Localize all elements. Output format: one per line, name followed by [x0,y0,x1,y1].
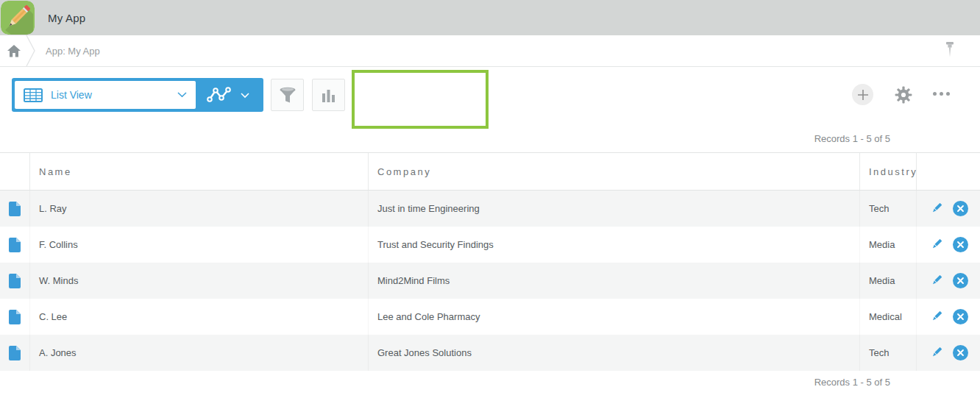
cell-name: L. Ray [29,191,368,227]
pencil-app-icon [1,1,35,35]
document-icon[interactable] [9,238,21,252]
records-summary-bottom: Records 1 - 5 of 5 [814,377,890,388]
x-circle-icon [953,273,968,288]
pencil-icon [929,202,943,216]
table-header-row: Name Company Industry [0,152,980,191]
delete-record-button[interactable] [953,237,968,252]
ellipsis-icon [940,92,943,96]
pin-icon[interactable] [945,42,955,64]
funnel-icon [278,86,297,104]
cell-name: A. Jones [29,335,368,371]
view-selector[interactable]: List View [12,78,263,112]
column-header-name[interactable]: Name [29,153,368,190]
cell-name: C. Lee [29,299,368,335]
breadcrumb: App: My App [0,35,980,67]
column-header-company[interactable]: Company [368,153,859,190]
edit-record-button[interactable] [929,346,943,360]
records-table: Name Company Industry L. Ray Just in tim… [0,152,980,371]
pencil-icon [929,274,943,288]
breadcrumb-path[interactable]: App: My App [46,46,100,57]
app-header-bar: My App [0,0,980,35]
pencil-icon [929,346,943,360]
chevron-down-icon [177,92,187,98]
ellipsis-icon [946,92,950,96]
cell-industry: Tech [859,335,916,371]
filter-button[interactable] [271,79,304,111]
records-summary-top: Records 1 - 5 of 5 [814,133,890,144]
table-row[interactable]: W. Minds Mind2Mind Films Media [0,263,980,299]
cell-name: W. Minds [29,263,368,299]
cell-company: Great Jones Solutions [368,335,859,371]
document-icon[interactable] [9,310,21,324]
table-row[interactable]: A. Jones Great Jones Solutions Tech [0,335,980,371]
cell-industry: Medical [859,299,916,335]
cell-industry: Media [859,227,916,263]
column-header-actions [916,153,980,190]
document-icon[interactable] [9,274,21,288]
cell-industry: Tech [859,191,916,227]
edit-record-button[interactable] [929,310,943,324]
cell-company: Trust and Security Findings [368,227,859,263]
cell-industry: Media [859,263,916,299]
view-selector-current[interactable]: List View [15,81,196,109]
chevron-down-icon [241,88,249,102]
cell-name: F. Collins [29,227,368,263]
app-icon[interactable] [1,1,35,35]
more-options-button[interactable] [931,88,951,100]
column-header-industry[interactable]: Industry [859,153,916,190]
column-header-blank [0,153,29,190]
delete-record-button[interactable] [953,309,968,324]
pencil-icon [929,310,943,324]
table-row[interactable]: F. Collins Trust and Security Findings M… [0,227,980,263]
settings-button[interactable] [895,86,912,104]
gear-icon [895,86,912,104]
table-grid-icon [24,88,43,102]
document-icon[interactable] [9,346,21,360]
home-icon[interactable] [7,45,21,57]
x-circle-icon [953,201,968,216]
table-row[interactable]: L. Ray Just in time Engineering Tech [0,191,980,227]
pencil-icon [929,238,943,252]
chevron-right-icon [26,35,36,66]
graph-view-button[interactable] [196,81,260,109]
add-record-button[interactable] [852,84,873,105]
table-row[interactable]: C. Lee Lee and Cole Pharmacy Medical [0,299,980,335]
x-circle-icon [953,345,968,360]
cell-company: Mind2Mind Films [368,263,859,299]
x-circle-icon [953,309,968,324]
edit-record-button[interactable] [929,274,943,288]
x-circle-icon [953,237,968,252]
edit-record-button[interactable] [929,238,943,252]
delete-record-button[interactable] [953,345,968,360]
plus-icon [857,89,869,101]
view-selector-label: List View [51,89,92,101]
delete-record-button[interactable] [953,273,968,288]
edit-record-button[interactable] [929,202,943,216]
app-title: My App [48,12,85,24]
line-graph-icon [207,87,232,103]
ellipsis-icon [933,92,937,96]
delete-record-button[interactable] [953,201,968,216]
bar-chart-icon [320,88,337,103]
annotation-highlight-box [352,70,489,129]
chart-button[interactable] [312,79,345,111]
cell-company: Just in time Engineering [368,191,859,227]
document-icon[interactable] [9,202,21,216]
cell-company: Lee and Cole Pharmacy [368,299,859,335]
